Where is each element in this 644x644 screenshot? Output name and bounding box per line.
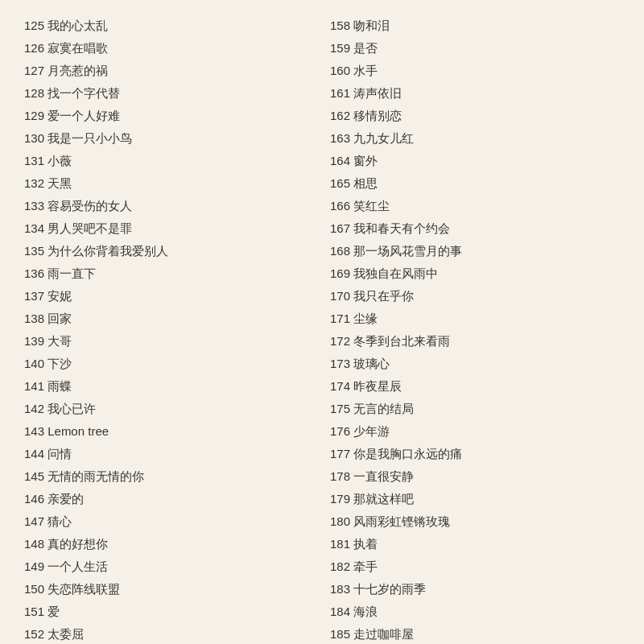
list-item: 127 月亮惹的祸 — [24, 61, 314, 80]
list-item: 148 真的好想你 — [24, 535, 314, 554]
list-item: 152 太委屈 — [24, 625, 314, 644]
left-column: 125 我的心太乱126 寂寞在唱歌127 月亮惹的祸128 找一个字代替129… — [24, 16, 314, 644]
list-item: 137 安妮 — [24, 287, 314, 306]
list-item: 170 我只在乎你 — [330, 287, 620, 306]
list-item: 161 涛声依旧 — [330, 84, 620, 103]
list-item: 176 少年游 — [330, 422, 620, 441]
list-item: 144 问情 — [24, 444, 314, 464]
list-item: 136 雨一直下 — [24, 264, 314, 283]
list-item: 150 失恋阵线联盟 — [24, 580, 314, 599]
list-item: 173 玻璃心 — [330, 354, 620, 374]
list-item: 145 无情的雨无情的你 — [24, 467, 314, 486]
list-item: 132 天黑 — [24, 174, 314, 193]
list-item: 138 回家 — [24, 309, 314, 328]
list-item: 185 走过咖啡屋 — [330, 625, 620, 644]
list-item: 125 我的心太乱 — [24, 16, 314, 35]
list-item: 169 我独自在风雨中 — [330, 264, 620, 283]
list-item: 183 十七岁的雨季 — [330, 580, 620, 599]
list-item: 175 无言的结局 — [330, 399, 620, 419]
list-item: 172 冬季到台北来看雨 — [330, 332, 620, 351]
list-item: 181 执着 — [330, 535, 620, 554]
list-item: 134 男人哭吧不是罪 — [24, 219, 314, 238]
list-item: 143 Lemon tree — [24, 422, 314, 441]
list-item: 178 一直很安静 — [330, 467, 620, 486]
list-item: 135 为什么你背着我爱别人 — [24, 242, 314, 261]
list-item: 162 移情别恋 — [330, 106, 620, 126]
list-item: 159 是否 — [330, 39, 620, 58]
list-item: 182 牵手 — [330, 557, 620, 576]
list-item: 142 我心已许 — [24, 399, 314, 419]
list-item: 147 猜心 — [24, 512, 314, 531]
list-item: 128 找一个字代替 — [24, 84, 314, 103]
list-item: 167 我和春天有个约会 — [330, 219, 620, 238]
list-item: 168 那一场风花雪月的事 — [330, 242, 620, 261]
song-list-container: 125 我的心太乱126 寂寞在唱歌127 月亮惹的祸128 找一个字代替129… — [24, 16, 620, 644]
list-item: 158 吻和泪 — [330, 16, 620, 35]
list-item: 177 你是我胸口永远的痛 — [330, 444, 620, 464]
list-item: 129 爱一个人好难 — [24, 106, 314, 126]
list-item: 184 海浪 — [330, 602, 620, 621]
list-item: 126 寂寞在唱歌 — [24, 39, 314, 58]
list-item: 164 窗外 — [330, 151, 620, 171]
list-item: 160 水手 — [330, 61, 620, 80]
list-item: 131 小薇 — [24, 151, 314, 171]
list-item: 133 容易受伤的女人 — [24, 196, 314, 216]
list-item: 163 九九女儿红 — [330, 129, 620, 148]
list-item: 165 相思 — [330, 174, 620, 193]
list-item: 180 风雨彩虹铿锵玫瑰 — [330, 512, 620, 531]
list-item: 140 下沙 — [24, 354, 314, 374]
list-item: 139 大哥 — [24, 332, 314, 351]
list-item: 130 我是一只小小鸟 — [24, 129, 314, 148]
list-item: 149 一个人生活 — [24, 557, 314, 576]
list-item: 179 那就这样吧 — [330, 489, 620, 509]
right-column: 158 吻和泪159 是否160 水手161 涛声依旧162 移情别恋163 九… — [330, 16, 620, 644]
list-item: 174 昨夜星辰 — [330, 377, 620, 396]
list-item: 146 亲爱的 — [24, 489, 314, 509]
list-item: 166 笑红尘 — [330, 196, 620, 216]
list-item: 171 尘缘 — [330, 309, 620, 328]
list-item: 151 爱 — [24, 602, 314, 621]
list-item: 141 雨蝶 — [24, 377, 314, 396]
